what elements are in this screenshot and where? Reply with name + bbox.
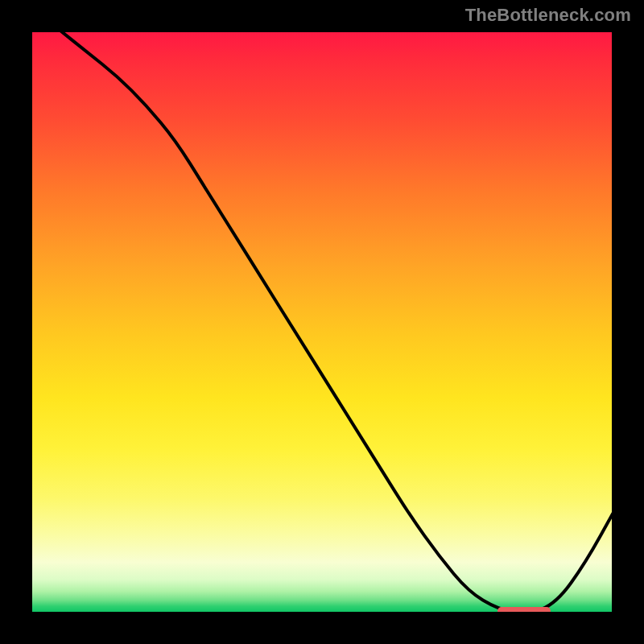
optimal-range-marker [497,607,551,615]
chart-frame: TheBottleneck.com [0,0,644,644]
bottleneck-curve [29,29,615,615]
plot-area [29,29,615,615]
watermark-text: TheBottleneck.com [465,5,631,26]
